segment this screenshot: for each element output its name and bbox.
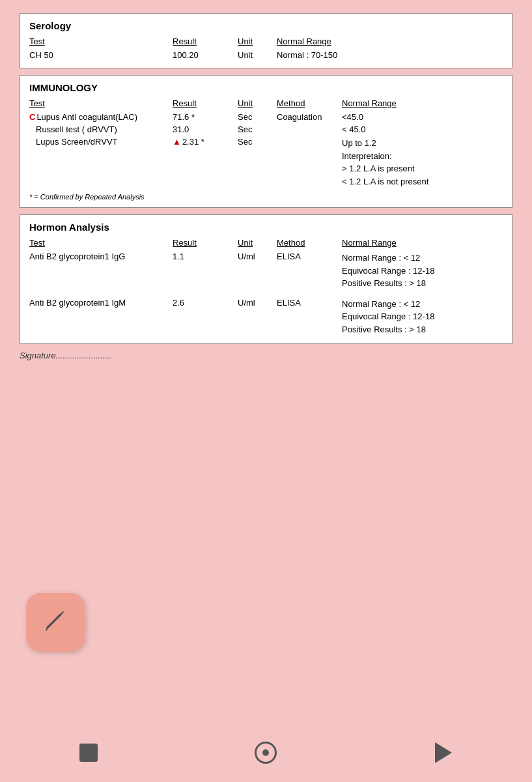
imm-header-result: Result bbox=[173, 97, 238, 111]
imm-header-test: Test bbox=[29, 97, 173, 111]
pencil-svg bbox=[41, 605, 70, 634]
serology-result: 100.20 bbox=[173, 49, 238, 61]
table-row: Anti B2 glycoprotein1 IgG 1.1 U/ml ELISA… bbox=[29, 250, 503, 291]
svg-line-2 bbox=[46, 628, 48, 630]
serology-title: Serology bbox=[29, 20, 503, 31]
signature-line: Signature........................ bbox=[20, 351, 512, 360]
imm-header-method: Method bbox=[277, 97, 342, 111]
hormon-table: Test Result Unit Method Normal Range Ant… bbox=[29, 237, 503, 337]
imm-unit-1: Sec bbox=[238, 111, 277, 123]
circle-icon bbox=[255, 742, 277, 764]
horm-header-method: Method bbox=[277, 237, 342, 250]
imm-method-2 bbox=[277, 123, 342, 136]
serology-header-normal: Normal Range bbox=[277, 35, 503, 49]
imm-normal-2: < 45.0 bbox=[342, 123, 503, 136]
immunology-section: IMMUNOLOGY Test Result Unit Method Norma… bbox=[20, 75, 512, 208]
table-row: Anti B2 glycoprotein1 IgM 2.6 U/ml ELISA… bbox=[29, 297, 503, 338]
serology-header-unit: Unit bbox=[238, 35, 277, 49]
imm-test-1: CLupus Anti coagulant(LAC) bbox=[29, 111, 173, 123]
horm-unit-2: U/ml bbox=[238, 297, 277, 338]
horm-result-2: 2.6 bbox=[173, 297, 238, 338]
imm-result-1: 71.6 * bbox=[173, 111, 238, 123]
immunology-table: Test Result Unit Method Normal Range CLu… bbox=[29, 97, 503, 189]
serology-test-name: CH 50 bbox=[29, 49, 173, 61]
nav-back-button[interactable] bbox=[428, 737, 459, 768]
horm-header-result: Result bbox=[173, 237, 238, 250]
serology-header-test: Test bbox=[29, 35, 173, 49]
serology-table: Test Result Unit Normal Range CH 50 100.… bbox=[29, 35, 503, 61]
square-icon bbox=[79, 744, 98, 762]
imm-method-1: Coagulation bbox=[277, 111, 342, 123]
flag-c-icon: C bbox=[29, 112, 35, 122]
horm-header-unit: Unit bbox=[238, 237, 277, 250]
table-row: Russell test ( dRVVT) 31.0 Sec < 45.0 bbox=[29, 123, 503, 136]
horm-method-1: ELISA bbox=[277, 250, 342, 291]
hormon-section: Hormon Analysis Test Result Unit Method … bbox=[20, 214, 512, 344]
back-arrow-icon bbox=[435, 742, 452, 763]
imm-test-3: Lupus Screen/dRVVT bbox=[29, 136, 173, 189]
imm-unit-2: Sec bbox=[238, 123, 277, 136]
imm-header-unit: Unit bbox=[238, 97, 277, 111]
nav-home-button[interactable] bbox=[250, 737, 281, 768]
nav-bar bbox=[0, 730, 532, 782]
imm-unit-3: Sec bbox=[238, 136, 277, 189]
imm-header-normal: Normal Range bbox=[342, 97, 503, 111]
svg-line-3 bbox=[50, 620, 55, 625]
arrow-up-icon: ▲ bbox=[173, 137, 181, 147]
horm-header-test: Test bbox=[29, 237, 173, 250]
immunology-title: IMMUNOLOGY bbox=[29, 82, 503, 93]
edit-icon bbox=[41, 605, 70, 640]
horm-test-2: Anti B2 glycoprotein1 IgM bbox=[29, 297, 173, 338]
spacer-row bbox=[29, 291, 503, 297]
imm-normal-1: <45.0 bbox=[342, 111, 503, 123]
nav-square-button[interactable] bbox=[73, 737, 104, 768]
serology-section: Serology Test Result Unit Normal Range C… bbox=[20, 13, 512, 68]
imm-result-2: 31.0 bbox=[173, 123, 238, 136]
svg-line-1 bbox=[61, 612, 63, 615]
table-row: CH 50 100.20 Unit Normal : 70-150 bbox=[29, 49, 503, 61]
horm-unit-1: U/ml bbox=[238, 250, 277, 291]
table-row: CLupus Anti coagulant(LAC) 71.6 * Sec Co… bbox=[29, 111, 503, 123]
horm-test-1: Anti B2 glycoprotein1 IgG bbox=[29, 250, 173, 291]
horm-result-1: 1.1 bbox=[173, 250, 238, 291]
fab-edit-button[interactable] bbox=[26, 593, 85, 652]
serology-normal: Normal : 70-150 bbox=[277, 49, 503, 61]
horm-method-2: ELISA bbox=[277, 297, 342, 338]
imm-method-3 bbox=[277, 136, 342, 189]
horm-header-normal: Normal Range bbox=[342, 237, 503, 250]
serology-header-result: Result bbox=[173, 35, 238, 49]
imm-test-2: Russell test ( dRVVT) bbox=[29, 123, 173, 136]
imm-normal-3: Up to 1.2 Interpretaion: > 1.2 L.A is pr… bbox=[342, 136, 503, 189]
horm-normal-1: Normal Range : < 12 Equivocal Range : 12… bbox=[342, 250, 503, 291]
confirmed-note: * = Confirmed by Repeated Analysis bbox=[29, 193, 503, 201]
hormon-title: Hormon Analysis bbox=[29, 222, 503, 233]
table-row: Lupus Screen/dRVVT ▲2.31 * Sec Up to 1.2… bbox=[29, 136, 503, 189]
serology-unit: Unit bbox=[238, 49, 277, 61]
horm-normal-2: Normal Range : < 12 Equivocal Range : 12… bbox=[342, 297, 503, 338]
imm-result-3: ▲2.31 * bbox=[173, 136, 238, 189]
